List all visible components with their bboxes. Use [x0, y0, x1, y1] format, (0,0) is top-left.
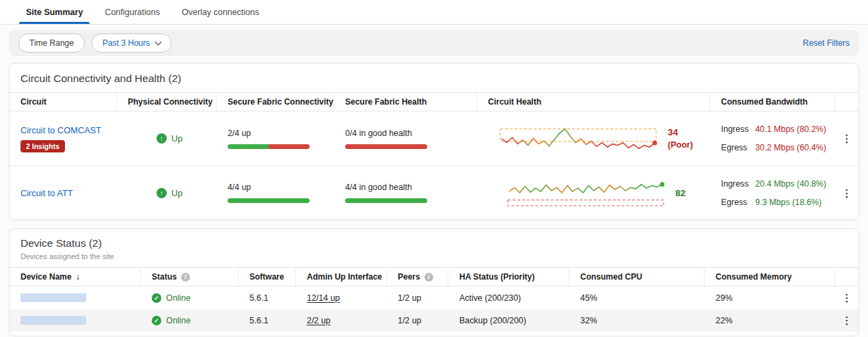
- health-score-block: 34 (Poor): [668, 127, 693, 150]
- column-header-secure-fabric-connectivity: Secure Fabric Connectivity: [217, 93, 334, 111]
- device-name-redacted[interactable]: [21, 316, 86, 325]
- device-panel-title: Device Status (2): [21, 237, 847, 250]
- consumed-bandwidth-cell: Ingress 40.1 Mbps (80.2%) Egress 30.2 Mb…: [710, 111, 835, 165]
- cpu-value: 45%: [569, 286, 705, 309]
- device-name-cell: [10, 286, 141, 309]
- device-panel-bottom-spacer: [10, 332, 858, 336]
- time-range-value: Past 3 Hours: [103, 38, 150, 48]
- ingress-label: Ingress: [721, 124, 750, 134]
- circuit-row-comcast: Circuit to COMCAST 2 Insights ↑ Up 2/4 u…: [10, 111, 858, 165]
- filter-bar: Time Range Past 3 Hours Reset Filters: [9, 30, 859, 56]
- memory-value: 22%: [705, 309, 835, 332]
- circuit-health-cell: 34 (Poor): [477, 111, 710, 165]
- admin-up-cell: 2/2 up: [296, 309, 387, 332]
- physical-connectivity-cell: ↑ Up: [117, 166, 217, 219]
- column-header-ha-status: HA Status (Priority): [448, 268, 569, 286]
- admin-up-link[interactable]: 2/2 up: [307, 316, 330, 325]
- physical-status: Up: [172, 188, 182, 198]
- tab-site-summary[interactable]: Site Summary: [15, 0, 94, 24]
- circuit-health-sparkline: [507, 178, 664, 208]
- insights-badge[interactable]: 2 Insights: [21, 140, 65, 152]
- device-name-redacted[interactable]: [21, 293, 86, 302]
- column-header-device-name[interactable]: Device Name ↓: [10, 268, 141, 286]
- peers-value: 1/2 up: [387, 286, 448, 309]
- column-header-secure-fabric-health: Secure Fabric Health: [334, 93, 477, 111]
- memory-value: 29%: [705, 286, 835, 309]
- egress-label: Egress: [721, 198, 750, 207]
- admin-up-link[interactable]: 12/14 up: [307, 293, 340, 303]
- device-panel-subtitle: Devices assigned to the site: [21, 252, 847, 260]
- column-header-software: Software: [239, 268, 296, 286]
- circuit-table-header: Circuit Physical Connectivity Secure Fab…: [10, 92, 858, 111]
- info-icon[interactable]: i: [181, 273, 190, 282]
- column-header-peers: Peers i: [387, 268, 448, 286]
- egress-label: Egress: [721, 143, 750, 152]
- column-header-consumed-cpu: Consumed CPU: [569, 268, 705, 286]
- sort-desc-icon[interactable]: ↓: [76, 272, 80, 282]
- device-row-1: ✓ Online 5.6.1 12/14 up 1/2 up Active (2…: [10, 286, 858, 309]
- row-menu-button[interactable]: ⋮: [842, 133, 852, 144]
- device-name-header-label: Device Name: [21, 272, 72, 282]
- column-header-status: Status i: [141, 268, 239, 286]
- column-header-admin-up-interface: Admin Up Interface: [296, 268, 387, 286]
- circuit-panel-title: Circuit Connectivity and Health (2): [10, 64, 858, 92]
- health-qualifier: (Poor): [668, 140, 693, 150]
- info-icon[interactable]: i: [424, 273, 433, 282]
- device-row-2: ✓ Online 5.6.1 2/2 up 1/2 up Backup (200…: [10, 309, 858, 332]
- fabric-connectivity-bar: [228, 144, 310, 149]
- time-range-select[interactable]: Past 3 Hours: [92, 33, 172, 53]
- consumed-bandwidth-cell: Ingress 20.4 Mbps (40.8%) Egress 9.3 Mbp…: [710, 166, 835, 219]
- circuit-health-sparkline: [500, 124, 657, 154]
- tab-configurations[interactable]: Configurations: [94, 0, 171, 24]
- app-root: Site Summary Configurations Overlay conn…: [0, 0, 868, 336]
- online-check-icon: ✓: [152, 293, 161, 303]
- ha-status-value: Backup (200/200): [448, 309, 569, 332]
- column-header-menu: [835, 93, 858, 111]
- column-header-consumed-bandwidth: Consumed Bandwidth: [710, 93, 835, 111]
- fabric-health-label: 0/4 in good health: [345, 129, 412, 138]
- physical-connectivity-cell: ↑ Up: [117, 111, 217, 165]
- ha-status-value: Active (200/230): [448, 286, 569, 309]
- fabric-connectivity-cell: 2/4 up: [217, 111, 334, 165]
- tab-overlay-connections[interactable]: Overlay connections: [171, 0, 270, 24]
- status-header-label: Status: [152, 272, 177, 282]
- column-header-circuit-health: Circuit Health: [477, 93, 710, 111]
- fabric-connectivity-label: 4/4 up: [228, 183, 251, 192]
- row-menu-button[interactable]: ⋮: [842, 188, 852, 198]
- row-menu-button[interactable]: ⋮: [842, 293, 852, 303]
- online-check-icon: ✓: [152, 316, 161, 325]
- device-panel-header: Device Status (2) Devices assigned to th…: [10, 229, 858, 267]
- chevron-down-icon: [155, 38, 162, 45]
- device-status: Online: [166, 316, 191, 325]
- fabric-health-bar: [345, 144, 427, 149]
- device-status: Online: [166, 293, 191, 303]
- circuit-link[interactable]: Circuit to COMCAST: [21, 125, 101, 135]
- device-table-header: Device Name ↓ Status i Software Admin Up…: [10, 267, 858, 286]
- fabric-health-label: 4/4 in good health: [345, 183, 412, 192]
- fabric-connectivity-label: 2/4 up: [228, 129, 251, 138]
- top-tab-bar: Site Summary Configurations Overlay conn…: [0, 0, 868, 25]
- device-name-cell: [10, 309, 141, 332]
- fabric-connectivity-bar: [228, 198, 310, 203]
- cpu-value: 32%: [569, 309, 705, 332]
- device-panel: Device Status (2) Devices assigned to th…: [9, 228, 859, 336]
- peers-header-label: Peers: [398, 272, 420, 282]
- ingress-label: Ingress: [721, 179, 750, 189]
- circuit-row-att: Circuit to ATT ↑ Up 4/4 up 4/4 in good h…: [10, 165, 858, 219]
- reset-filters-link[interactable]: Reset Filters: [803, 38, 850, 48]
- fabric-health-cell: 4/4 in good health: [334, 166, 477, 219]
- ingress-value: 40.1 Mbps (80.2%): [755, 124, 826, 134]
- fabric-connectivity-cell: 4/4 up: [217, 166, 334, 219]
- time-range-button[interactable]: Time Range: [18, 33, 85, 53]
- column-header-menu: [835, 268, 858, 286]
- circuit-health-cell: 82: [477, 166, 710, 219]
- row-menu-button[interactable]: ⋮: [842, 315, 852, 325]
- ingress-value: 20.4 Mbps (40.8%): [755, 179, 826, 189]
- physical-status: Up: [172, 133, 182, 144]
- fabric-health-bar: [345, 198, 427, 203]
- circuit-link[interactable]: Circuit to ATT: [21, 188, 73, 198]
- circuit-panel: Circuit Connectivity and Health (2) Circ…: [9, 63, 859, 220]
- health-score: 82: [675, 188, 686, 198]
- up-arrow-icon: ↑: [157, 188, 167, 198]
- software-version: 5.6.1: [239, 286, 296, 309]
